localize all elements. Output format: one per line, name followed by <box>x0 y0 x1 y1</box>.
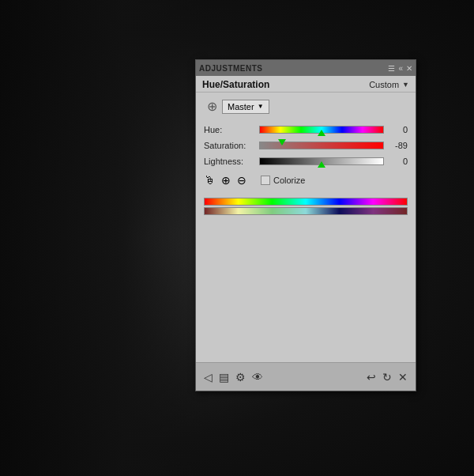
hue-thumb[interactable] <box>318 130 325 136</box>
eyedropper-row: 🖰 ⊕ ⊖ Colorize <box>204 174 408 187</box>
footer-left-buttons: ◁ ▤ ⚙ 👁 <box>204 371 263 383</box>
panel-content: ⊕ Master ▼ Hue: 0 Saturation: <box>196 93 416 220</box>
adjustments-panel: ADJUSTMENTS ☰ « ✕ Hue/Saturation Custom … <box>195 59 416 391</box>
lightness-slider-track-container[interactable] <box>259 155 384 168</box>
saturation-slider-track-container[interactable] <box>259 139 384 152</box>
spectrum-bar-top <box>204 198 408 206</box>
list-view-button[interactable]: ▤ <box>219 371 229 383</box>
settings-button[interactable]: ⚙ <box>235 371 246 383</box>
channel-row: ⊕ Master ▼ <box>204 97 408 115</box>
colorize-label: Colorize <box>273 176 305 185</box>
channel-icon: ⊕ <box>207 99 217 114</box>
panel-collapse-icon[interactable]: « <box>398 64 403 73</box>
hue-label: Hue: <box>204 125 259 134</box>
back-button[interactable]: ◁ <box>204 371 213 383</box>
hue-slider-row: Hue: 0 <box>204 123 408 136</box>
panel-title: ADJUSTMENTS <box>199 64 263 73</box>
spectrum-bar-bottom <box>204 207 408 215</box>
eyedropper-button[interactable]: 🖰 <box>204 174 215 187</box>
panel-footer: ◁ ▤ ⚙ 👁 ↩ ↻ ✕ <box>196 362 416 391</box>
lightness-value: 0 <box>384 157 408 166</box>
lightness-track[interactable] <box>259 157 384 165</box>
hue-track[interactable] <box>259 126 384 134</box>
preset-select-row: Custom ▼ <box>369 80 409 89</box>
delete-button[interactable]: ✕ <box>398 371 408 383</box>
colorize-row: Colorize <box>261 176 305 185</box>
panel-titlebar: ADJUSTMENTS ☰ « ✕ <box>196 60 416 76</box>
eyedropper-subtract-button[interactable]: ⊖ <box>237 174 246 187</box>
master-label: Master <box>228 102 254 111</box>
saturation-label: Saturation: <box>204 141 259 150</box>
panel-menu-icon[interactable]: ☰ <box>388 64 395 73</box>
saturation-value: -89 <box>384 141 408 150</box>
eye-button[interactable]: 👁 <box>252 371 263 383</box>
eyedropper-add-button[interactable]: ⊕ <box>221 174 231 187</box>
hue-value: 0 <box>384 125 408 134</box>
adjustment-type-label: Hue/Saturation <box>202 79 269 90</box>
panel-close-icon[interactable]: ✕ <box>406 64 412 73</box>
lightness-slider-row: Lightness: 0 <box>204 155 408 168</box>
preset-value: Custom <box>369 80 399 89</box>
saturation-thumb[interactable] <box>278 139 286 145</box>
hs-header: Hue/Saturation Custom ▼ <box>196 76 416 93</box>
master-dropdown[interactable]: Master ▼ <box>222 100 269 114</box>
saturation-track[interactable] <box>259 142 384 149</box>
undo-button[interactable]: ↩ <box>367 371 376 383</box>
hue-slider-track-container[interactable] <box>259 123 384 136</box>
lightness-thumb[interactable] <box>318 161 325 168</box>
footer-right-buttons: ↩ ↻ ✕ <box>367 371 408 383</box>
titlebar-buttons: ☰ « ✕ <box>388 64 412 73</box>
lightness-label: Lightness: <box>204 157 259 166</box>
colorize-checkbox[interactable] <box>261 176 270 185</box>
preset-dropdown-arrow[interactable]: ▼ <box>402 81 409 89</box>
figure-silhouette <box>0 0 205 476</box>
redo-button[interactable]: ↻ <box>382 371 392 383</box>
master-dropdown-arrow: ▼ <box>258 103 264 110</box>
saturation-slider-row: Saturation: -89 <box>204 139 408 152</box>
